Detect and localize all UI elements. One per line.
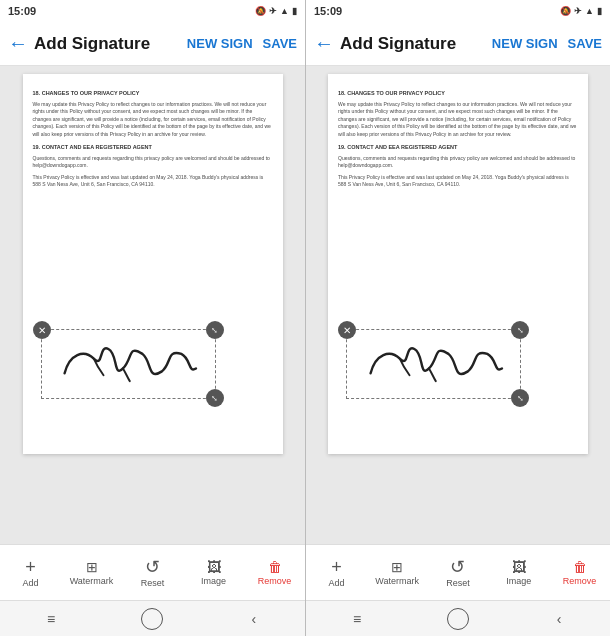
remove-button-left[interactable]: 🗑 Remove <box>253 560 297 586</box>
signature-svg-left <box>50 333 206 394</box>
left-panel: 15:09 🔕 ✈ ▲ ▮ ← Add Signature NEW SIGN S… <box>0 0 305 636</box>
silent-icon: 🔕 <box>255 6 266 16</box>
sig-resize-btn-tr-right[interactable]: ⤡ <box>511 321 529 339</box>
add-label-left: Add <box>22 578 38 588</box>
reset-icon-right: ↺ <box>450 558 465 576</box>
status-bar-left: 15:09 🔕 ✈ ▲ ▮ <box>0 0 305 22</box>
watermark-label-right: Watermark <box>375 576 419 586</box>
doc-content-right: 18. CHANGES TO OUR PRIVACY POLICY We may… <box>338 90 578 189</box>
time-left: 15:09 <box>8 5 36 17</box>
signature-box-left[interactable]: ✕ ⤡ ⤡ <box>41 329 216 399</box>
back-button-right[interactable]: ← <box>314 32 334 55</box>
section2-title-right: 19. CONTACT AND EEA REGISTERED AGENT <box>338 144 578 152</box>
reset-button-left[interactable]: ↺ Reset <box>131 558 175 588</box>
sig-resize-btn-tr-left[interactable]: ⤡ <box>206 321 224 339</box>
signature-container-left[interactable]: ✕ ⤡ ⤡ <box>41 329 216 399</box>
section3-body-right: This Privacy Policy is effective and was… <box>338 174 578 189</box>
battery-icon: ▮ <box>292 6 297 16</box>
remove-icon-left: 🗑 <box>268 560 282 574</box>
nav-title-left: Add Signature <box>34 34 177 54</box>
menu-icon-left[interactable]: ≡ <box>39 607 63 631</box>
save-button-left[interactable]: SAVE <box>263 36 297 51</box>
add-icon-left: + <box>25 558 36 576</box>
wifi-icon-r: ▲ <box>585 6 594 16</box>
new-sign-button-left[interactable]: NEW SIGN <box>187 36 253 51</box>
signature-box-right[interactable]: ✕ ⤡ ⤡ <box>346 329 521 399</box>
airplane-icon: ✈ <box>269 6 277 16</box>
back-nav-right[interactable]: ‹ <box>547 607 571 631</box>
section1-body-right: We may update this Privacy Policy to ref… <box>338 101 578 139</box>
home-circle-right[interactable] <box>447 608 469 630</box>
add-label-right: Add <box>328 578 344 588</box>
battery-icon-r: ▮ <box>597 6 602 16</box>
toolbar-left: + Add ⊞ Watermark ↺ Reset 🖼 Image 🗑 Remo… <box>0 544 305 600</box>
signature-container-right[interactable]: ✕ ⤡ ⤡ <box>346 329 521 399</box>
section1-title-left: 18. CHANGES TO OUR PRIVACY POLICY <box>33 90 273 98</box>
section3-body-left: This Privacy Policy is effective and was… <box>33 174 273 189</box>
silent-icon-r: 🔕 <box>560 6 571 16</box>
watermark-icon-left: ⊞ <box>86 560 98 574</box>
status-bar-right: 15:09 🔕 ✈ ▲ ▮ <box>306 0 610 22</box>
sig-resize-btn-br-left[interactable]: ⤡ <box>206 389 224 407</box>
image-label-right: Image <box>506 576 531 586</box>
right-panel: 15:09 🔕 ✈ ▲ ▮ ← Add Signature NEW SIGN S… <box>305 0 610 636</box>
home-circle-left[interactable] <box>141 608 163 630</box>
section2-title-left: 19. CONTACT AND EEA REGISTERED AGENT <box>33 144 273 152</box>
watermark-icon-right: ⊞ <box>391 560 403 574</box>
bottom-nav-right: ≡ ‹ <box>306 600 610 636</box>
section1-title-right: 18. CHANGES TO OUR PRIVACY POLICY <box>338 90 578 98</box>
status-bar-time-right: 15:09 <box>314 5 342 17</box>
back-nav-left[interactable]: ‹ <box>242 607 266 631</box>
status-bar-time-left: 15:09 <box>8 5 36 17</box>
add-button-right[interactable]: + Add <box>314 558 358 588</box>
status-icons-left: 🔕 ✈ ▲ ▮ <box>255 6 297 16</box>
remove-button-right[interactable]: 🗑 Remove <box>558 560 602 586</box>
image-button-right[interactable]: 🖼 Image <box>497 560 541 586</box>
remove-label-right: Remove <box>563 576 597 586</box>
image-icon-right: 🖼 <box>512 560 526 574</box>
sig-close-btn-right[interactable]: ✕ <box>338 321 356 339</box>
nav-bar-right: ← Add Signature NEW SIGN SAVE <box>306 22 610 66</box>
status-icons-right: 🔕 ✈ ▲ ▮ <box>560 6 602 16</box>
back-button-left[interactable]: ← <box>8 32 28 55</box>
doc-page-right: 18. CHANGES TO OUR PRIVACY POLICY We may… <box>328 74 588 454</box>
sig-close-btn-left[interactable]: ✕ <box>33 321 51 339</box>
image-icon-left: 🖼 <box>207 560 221 574</box>
watermark-button-right[interactable]: ⊞ Watermark <box>375 560 419 586</box>
nav-title-right: Add Signature <box>340 34 482 54</box>
section2-body-left: Questions, comments and requests regardi… <box>33 155 273 170</box>
new-sign-button-right[interactable]: NEW SIGN <box>492 36 558 51</box>
nav-bar-left: ← Add Signature NEW SIGN SAVE <box>0 22 305 66</box>
watermark-label-left: Watermark <box>70 576 114 586</box>
add-icon-right: + <box>331 558 342 576</box>
signature-svg-right <box>356 333 512 394</box>
reset-icon-left: ↺ <box>145 558 160 576</box>
section2-body-right: Questions, comments and requests regardi… <box>338 155 578 170</box>
save-button-right[interactable]: SAVE <box>568 36 602 51</box>
remove-label-left: Remove <box>258 576 292 586</box>
watermark-button-left[interactable]: ⊞ Watermark <box>70 560 114 586</box>
wifi-icon: ▲ <box>280 6 289 16</box>
image-button-left[interactable]: 🖼 Image <box>192 560 236 586</box>
remove-icon-right: 🗑 <box>573 560 587 574</box>
section1-body-left: We may update this Privacy Policy to ref… <box>33 101 273 139</box>
sig-resize-btn-br-right[interactable]: ⤡ <box>511 389 529 407</box>
airplane-icon-r: ✈ <box>574 6 582 16</box>
image-label-left: Image <box>201 576 226 586</box>
add-button-left[interactable]: + Add <box>9 558 53 588</box>
toolbar-right: + Add ⊞ Watermark ↺ Reset 🖼 Image 🗑 Remo… <box>306 544 610 600</box>
doc-area-right: 18. CHANGES TO OUR PRIVACY POLICY We may… <box>306 66 610 544</box>
doc-area-left: 18. CHANGES TO OUR PRIVACY POLICY We may… <box>0 66 305 544</box>
reset-label-left: Reset <box>141 578 165 588</box>
reset-button-right[interactable]: ↺ Reset <box>436 558 480 588</box>
doc-content-left: 18. CHANGES TO OUR PRIVACY POLICY We may… <box>33 90 273 189</box>
doc-page-left: 18. CHANGES TO OUR PRIVACY POLICY We may… <box>23 74 283 454</box>
bottom-nav-left: ≡ ‹ <box>0 600 305 636</box>
time-right: 15:09 <box>314 5 342 17</box>
menu-icon-right[interactable]: ≡ <box>345 607 369 631</box>
reset-label-right: Reset <box>446 578 470 588</box>
